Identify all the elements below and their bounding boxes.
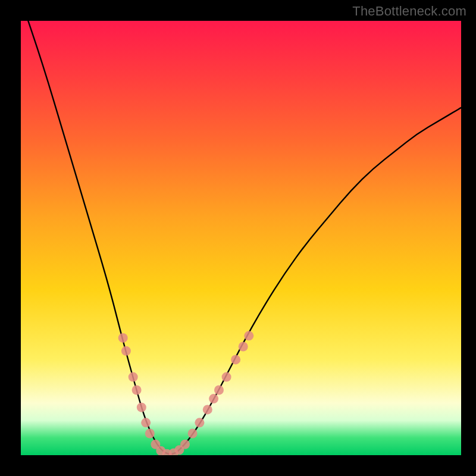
data-marker (180, 440, 190, 449)
data-marker (145, 429, 155, 439)
data-marker (195, 418, 204, 427)
data-marker (121, 346, 131, 356)
data-marker (141, 418, 151, 427)
chart-svg (21, 21, 461, 455)
data-marker (214, 386, 224, 395)
data-marker (203, 405, 212, 414)
attribution-text: TheBottleneck.com (352, 4, 466, 19)
marker-layer (118, 331, 254, 455)
curve-layer (21, 21, 461, 454)
data-marker (129, 372, 138, 382)
chart-frame: TheBottleneck.com (0, 0, 476, 476)
data-marker (231, 355, 240, 364)
data-marker (132, 386, 142, 395)
data-marker (118, 333, 128, 343)
data-marker (222, 372, 231, 382)
data-marker (239, 342, 248, 352)
data-marker (244, 331, 253, 340)
data-marker (137, 403, 146, 412)
data-marker (188, 429, 198, 439)
data-marker (209, 394, 218, 403)
plot-area (21, 21, 461, 455)
bottleneck-curve (21, 21, 461, 454)
